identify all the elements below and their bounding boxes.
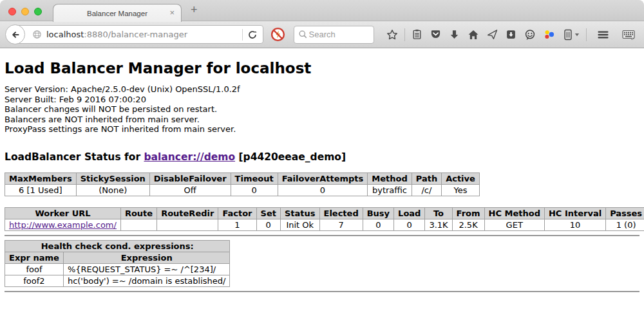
health-table-title: Health check cond. expressions: bbox=[5, 240, 230, 252]
cell-expression: %{REQUEST_STATUS} =~ /^[234]/ bbox=[63, 263, 230, 275]
menu-hamburger-icon[interactable] bbox=[597, 30, 609, 40]
cell-from: 2.5K bbox=[452, 219, 484, 230]
feedback-smiley-icon[interactable] bbox=[524, 29, 536, 41]
col-failoverattempts: FailoverAttempts bbox=[278, 172, 368, 184]
col-maxmembers: MaxMembers bbox=[5, 172, 77, 184]
cell-busy: 0 bbox=[363, 219, 393, 230]
cell-to: 3.1K bbox=[425, 219, 452, 230]
toolbar-separator bbox=[404, 28, 405, 41]
video-download-box-icon[interactable] bbox=[506, 29, 516, 40]
browser-window: Balancer Manager × + localhost:8880/bala… bbox=[0, 0, 644, 316]
col-timeout: Timeout bbox=[231, 172, 278, 184]
col-load: Load bbox=[394, 207, 425, 219]
persist-note-line: Balancer changes will NOT be persisted o… bbox=[5, 104, 639, 115]
toolbar-icon-strip bbox=[383, 28, 639, 41]
cell-active: Yes bbox=[442, 184, 480, 196]
col-method: Method bbox=[368, 172, 412, 184]
table-row: foof2 hc('body') =~ /domain is establish… bbox=[5, 275, 230, 286]
cell-status: Init Ok bbox=[280, 219, 319, 230]
col-to: To bbox=[425, 207, 452, 219]
send-plane-icon[interactable] bbox=[487, 29, 498, 40]
clipboard-list-icon[interactable] bbox=[412, 29, 422, 40]
col-routeredir: RouteRedir bbox=[157, 207, 218, 219]
downloads-arrow-icon[interactable] bbox=[449, 29, 460, 40]
col-status: Status bbox=[280, 207, 319, 219]
cell-factor: 1 bbox=[218, 219, 256, 230]
close-window-button[interactable] bbox=[8, 8, 16, 15]
back-button[interactable] bbox=[5, 24, 25, 44]
minimize-window-button[interactable] bbox=[21, 8, 29, 15]
cell-load: 0 bbox=[394, 219, 425, 230]
worker-url-link[interactable]: http://www.example.com/ bbox=[9, 220, 117, 230]
toolbar-separator bbox=[586, 28, 587, 41]
col-busy: Busy bbox=[363, 207, 393, 219]
col-from: From bbox=[452, 207, 484, 219]
tab-close-icon[interactable]: × bbox=[169, 8, 175, 17]
col-hc-interval: HC Interval bbox=[544, 207, 605, 219]
bookmark-star-icon[interactable] bbox=[386, 29, 398, 41]
server-built-line: Server Built: Feb 9 2016 07:00:20 bbox=[5, 95, 639, 105]
table-title-row: Health check cond. expressions: bbox=[5, 240, 230, 252]
cell-disablefailover: Off bbox=[149, 184, 231, 196]
search-input[interactable] bbox=[308, 29, 367, 40]
col-hc-method: HC Method bbox=[484, 207, 544, 219]
status-suffix: [p4420eeae_demo] bbox=[235, 151, 346, 163]
cell-failoverattempts: 0 bbox=[278, 184, 368, 196]
page-title: Load Balancer Manager for localhost bbox=[5, 60, 639, 77]
cell-stickysession: (None) bbox=[76, 184, 149, 196]
cell-worker-url: http://www.example.com/ bbox=[5, 219, 121, 230]
balancers-note-line: Balancers are NOT inherited from main se… bbox=[5, 115, 639, 125]
cell-passes: 1 (0) bbox=[606, 219, 644, 230]
cell-routeredir bbox=[157, 219, 218, 230]
table-row: http://www.example.com/ 1 0 Init Ok 7 0 … bbox=[5, 219, 644, 230]
table-header-row: Expr name Expression bbox=[5, 252, 230, 263]
loadbalancer-status-heading: LoadBalancer Status for balancer://demo … bbox=[5, 151, 639, 163]
col-worker-url: Worker URL bbox=[5, 207, 121, 219]
balancer-demo-link[interactable]: balancer://demo bbox=[144, 151, 235, 163]
url-text: localhost:8880/balancer-manager bbox=[46, 30, 187, 39]
tab-title: Balancer Manager bbox=[87, 10, 147, 17]
container-tab-icon[interactable] bbox=[563, 29, 580, 41]
divider bbox=[5, 235, 639, 236]
traffic-lights bbox=[8, 8, 42, 15]
divider bbox=[5, 291, 639, 292]
reload-icon[interactable] bbox=[247, 30, 258, 40]
cell-method: bytraffic bbox=[368, 184, 412, 196]
flash-block-icon[interactable] bbox=[270, 27, 285, 42]
cell-expression: hc('body') =~ /domain is established/ bbox=[63, 275, 230, 286]
cell-expr-name: foof2 bbox=[5, 275, 64, 286]
cell-maxmembers: 6 [1 Used] bbox=[5, 184, 77, 196]
table-row: 6 [1 Used] (None) Off 0 0 bytraffic /c/ … bbox=[5, 184, 480, 196]
keyboard-icon[interactable] bbox=[622, 29, 635, 40]
cell-hc-interval: 10 bbox=[544, 219, 605, 230]
worker-status-table: Worker URL Route RouteRedir Factor Set S… bbox=[5, 207, 644, 231]
table-header-row: MaxMembers StickySession DisableFailover… bbox=[5, 172, 480, 184]
page-content: Load Balancer Manager for localhost Serv… bbox=[0, 60, 644, 292]
zoom-window-button[interactable] bbox=[34, 8, 42, 15]
home-icon[interactable] bbox=[468, 29, 479, 41]
colored-dots-addon-icon[interactable] bbox=[544, 29, 555, 41]
url-bar[interactable]: localhost:8880/balancer-manager bbox=[15, 25, 263, 44]
cell-elected: 7 bbox=[319, 219, 363, 230]
col-stickysession: StickySession bbox=[76, 172, 149, 184]
cell-path: /c/ bbox=[412, 184, 441, 196]
cell-set: 0 bbox=[256, 219, 280, 230]
navigation-toolbar: localhost:8880/balancer-manager bbox=[0, 21, 644, 48]
search-magnifier-icon bbox=[298, 30, 308, 39]
balancer-summary-table: MaxMembers StickySession DisableFailover… bbox=[5, 172, 480, 196]
url-path: :8880/balancer-manager bbox=[84, 30, 187, 39]
globe-icon bbox=[32, 30, 42, 39]
back-arrow-icon bbox=[10, 30, 21, 40]
col-set: Set bbox=[256, 207, 280, 219]
proxypass-note-line: ProxyPass settings are NOT inherited fro… bbox=[5, 124, 639, 135]
tab-balancer-manager[interactable]: Balancer Manager × bbox=[53, 4, 182, 22]
col-active: Active bbox=[442, 172, 480, 184]
new-tab-button[interactable]: + bbox=[191, 3, 198, 17]
pocket-icon[interactable] bbox=[430, 29, 441, 40]
col-expr-name: Expr name bbox=[5, 252, 64, 263]
table-header-row: Worker URL Route RouteRedir Factor Set S… bbox=[5, 207, 644, 219]
search-bar[interactable] bbox=[294, 26, 375, 44]
health-check-table: Health check cond. expressions: Expr nam… bbox=[5, 240, 230, 287]
col-route: Route bbox=[120, 207, 156, 219]
dropdown-caret-icon[interactable] bbox=[574, 33, 580, 37]
